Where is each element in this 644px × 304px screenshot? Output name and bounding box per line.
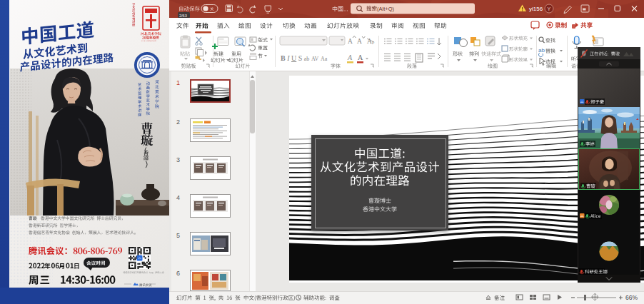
svg-text:2/63: 2/63 (179, 14, 187, 18)
svg-text:yi156: yi156 (529, 6, 543, 12)
svg-text:A: A (358, 54, 363, 61)
svg-text:(Alt+Q): (Alt+Q) (377, 6, 394, 12)
svg-text:ab: ab (538, 47, 545, 54)
svg-text:A: A (348, 38, 353, 45)
svg-text:Y: Y (548, 6, 551, 11)
svg-text:66%: 66% (625, 294, 638, 301)
svg-text:A: A (347, 54, 353, 61)
svg-text:B I U S ab AV Aa: B I U S ab AV Aa (281, 54, 328, 62)
svg-text:A: A (357, 38, 362, 45)
